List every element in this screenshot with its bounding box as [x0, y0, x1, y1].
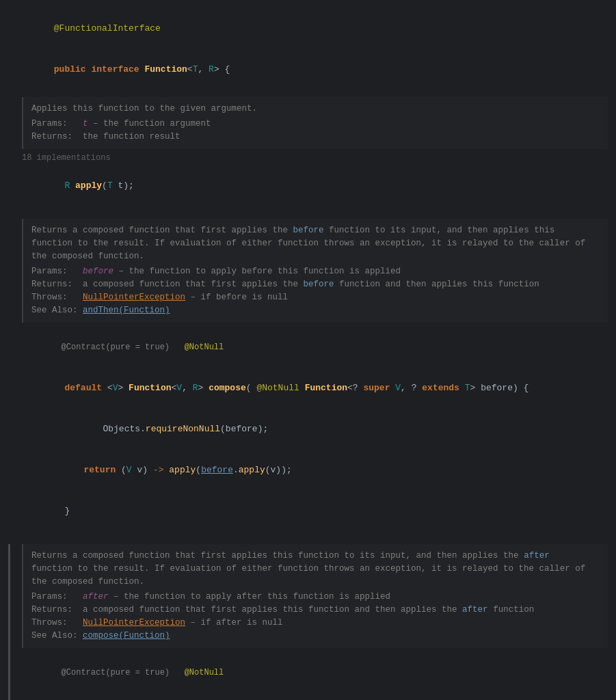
function-interface-name: Function [144, 64, 187, 75]
code-content: @FunctionalInterface public interface Fu… [0, 8, 616, 700]
angle-open: < [187, 64, 193, 75]
andthen-contract: @Contract(pure = true) @NotNull [22, 652, 608, 693]
apply-method-name: apply [75, 180, 102, 191]
compose-doc-block: Returns a composed function that first a… [22, 219, 608, 323]
params-label: Params: [31, 119, 83, 129]
apply-signature: R apply(T t); [22, 165, 608, 206]
compose-throws: Throws: NullPointerException – if before… [31, 291, 600, 304]
andthen-params: Params: after – the function to apply af… [31, 591, 600, 604]
compose-see-also: See Also: andThen(Function) [31, 304, 600, 317]
annotation-line: @FunctionalInterface [22, 8, 608, 49]
interface-keyword: interface [91, 64, 144, 75]
andthen-see-also: See Also: compose(Function) [31, 630, 600, 643]
compose-body-2: return (V v) -> apply(before.apply(v)); [22, 450, 608, 491]
apply-doc-block: Applies this function to the given argum… [22, 97, 608, 149]
compose-params: Params: before – the function to apply b… [31, 265, 600, 278]
andthen-returns: Returns: a composed function that first … [31, 604, 600, 617]
apply-returns: Returns: the function result [31, 131, 600, 144]
apply-section: Applies this function to the given argum… [22, 97, 608, 206]
gutter-indicator [8, 544, 10, 700]
andthen-doc-block: Returns a composed function that first a… [22, 544, 608, 648]
compose-description: Returns a composed function that first a… [31, 224, 600, 237]
interface-declaration-line: public interface Function<T, R> { [22, 49, 608, 90]
compose-section: Returns a composed function that first a… [22, 219, 608, 532]
andthen-section: Returns a composed function that first a… [22, 544, 608, 700]
apply-param-name: t [83, 119, 88, 129]
apply-params: Params: t – the function argument [31, 118, 600, 131]
compose-close: } [22, 491, 608, 532]
type-param-r: R [209, 64, 214, 75]
compose-contract: @Contract(pure = true) @NotNull [22, 327, 608, 368]
apply-param-desc: the function argument [103, 119, 211, 129]
apply-description: Applies this function to the given argum… [31, 103, 600, 116]
functional-interface-annotation: @FunctionalInterface [54, 23, 161, 33]
public-keyword: public [54, 64, 92, 75]
andthen-description: Returns a composed function that first a… [31, 550, 600, 563]
apply-implementations: 18 implementations [22, 153, 608, 163]
compose-body-1: Objects.requireNonNull(before); [22, 409, 608, 450]
andthen-signature-line: default <V> Function<T, V> andThen( @Not… [22, 693, 608, 700]
compose-signature-line: default <V> Function<V, R> compose( @Not… [22, 368, 608, 409]
compose-returns: Returns: a composed function that first … [31, 278, 600, 291]
code-viewer: @FunctionalInterface public interface Fu… [0, 0, 616, 700]
andthen-throws: Throws: NullPointerException – if after … [31, 617, 600, 630]
